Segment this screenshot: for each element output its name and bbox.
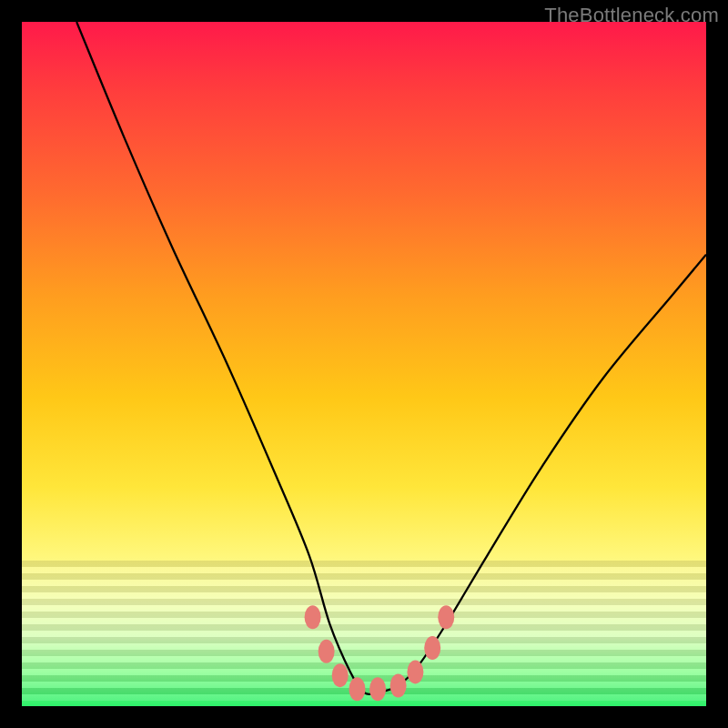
- curve-marker: [407, 660, 423, 683]
- watermark-text: TheBottleneck.com: [544, 4, 719, 27]
- curve-marker: [349, 677, 365, 701]
- curve-marker: [332, 663, 349, 687]
- curve-svg: [22, 22, 706, 706]
- curve-marker: [369, 677, 386, 701]
- curve-marker: [390, 673, 407, 697]
- chart-frame: TheBottleneck.com: [0, 0, 728, 728]
- marker-group: [305, 605, 455, 701]
- curve-marker: [318, 640, 335, 663]
- curve-marker: [438, 605, 454, 629]
- curve-marker: [305, 605, 321, 629]
- curve-marker: [424, 636, 440, 660]
- bottleneck-curve: [76, 22, 706, 694]
- curve-line: [76, 22, 706, 694]
- plot-area: [22, 22, 706, 706]
